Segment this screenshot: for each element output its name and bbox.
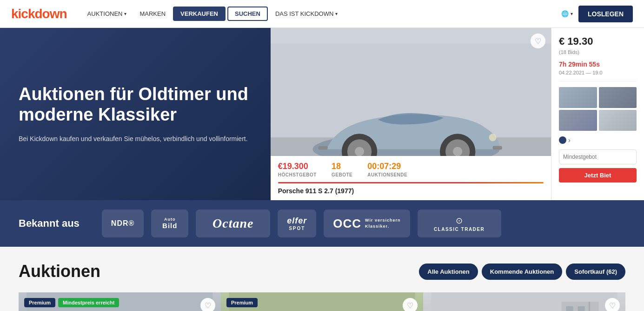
svg-rect-31	[566, 306, 573, 311]
heart-icon: ♡	[535, 37, 541, 46]
filter-alle-auktionen[interactable]: Alle Auktionen	[419, 264, 478, 280]
hero-section: Auktionen für Oldtimer und moderne Klass…	[0, 28, 644, 200]
logo[interactable]: kickdown	[11, 7, 67, 21]
auktionsende-value: 00:07:29	[367, 162, 401, 171]
hero-sidebar: € 19.30 (18 Bids) 7h 29min 55s 04.22.202…	[551, 28, 644, 200]
logo-occ: OCC Wir versichernKlassiker.	[324, 210, 410, 237]
car-card-3: ♡	[423, 292, 625, 311]
auktionen-section: Auktionen Alle Auktionen Kommende Auktio…	[0, 247, 644, 311]
auction-filters: Alle Auktionen Kommende Auktionen Sofort…	[419, 264, 625, 280]
car-cards-grid: Premium Mindestpreis erreicht ♡	[19, 292, 625, 311]
card-heart-button-1[interactable]: ♡	[200, 298, 215, 311]
sidebar-thumbnails	[559, 87, 637, 131]
globe-icon: 🌐	[561, 10, 569, 17]
badge-premium-1: Premium	[24, 298, 55, 307]
logo-ndr: NDR®	[102, 210, 144, 237]
nav-menu: AUKTIONEN ▾ MARKEN VERKAUFEN SUCHEN DAS …	[82, 7, 561, 21]
hero-title: Auktionen für Oldtimer und moderne Klass…	[19, 84, 252, 125]
svg-point-5	[355, 147, 364, 156]
logo-classic-trader: ⊙ CLASSIC TRADER	[418, 210, 501, 237]
auction-car-title: Porsche 911 S 2.7 (1977)	[278, 187, 544, 195]
navbar: kickdown AUKTIONEN ▾ MARKEN VERKAUFEN SU…	[0, 0, 644, 28]
svg-rect-10	[492, 146, 502, 149]
card-badges-1: Premium Mindestpreis erreicht	[24, 298, 119, 307]
svg-rect-11	[318, 146, 327, 149]
logo-octane: Octane	[196, 210, 270, 237]
nav-suchen-button[interactable]: SUCHEN	[227, 7, 268, 21]
sidebar-price: € 19.30	[559, 35, 637, 47]
card-image-3: ♡	[423, 292, 625, 311]
bid-button[interactable]: Jetzt Biet	[559, 168, 637, 183]
svg-rect-32	[578, 306, 585, 311]
navbar-right: 🌐 ▾ LOSLEGEN	[561, 6, 633, 22]
svg-point-9	[489, 134, 496, 141]
gebote-value: 18	[332, 162, 341, 171]
hoechstgebot: €19.300 HÖCHSTGEBOT	[278, 162, 317, 177]
heart-icon: ♡	[205, 301, 211, 310]
hero-subtitle: Bei Kickdown kaufen und verkaufen Sie mü…	[19, 134, 252, 144]
heart-icon: ♡	[407, 301, 413, 310]
auktionen-title: Auktionen	[19, 262, 100, 281]
partner-logos: NDR® Auto Bild Octane elfer SPOT OCC Wir…	[102, 210, 625, 237]
bekannt-label: Bekannt aus	[19, 217, 80, 230]
auktionsende: 00:07:29 AUKTIONSENDE	[367, 162, 407, 177]
gebote: 18 GEBOTE	[332, 162, 352, 177]
card-image-1: Premium Mindestpreis erreicht ♡	[19, 292, 221, 311]
auction-stats: €19.300 HÖCHSTGEBOT 18 GEBOTE 00:07:29 A…	[278, 162, 544, 177]
badge-mindest-1: Mindestpreis erreicht	[58, 298, 119, 307]
gebote-label: GEBOTE	[332, 172, 352, 177]
auction-progress-bar	[278, 182, 544, 183]
thumbnail-4[interactable]	[599, 110, 637, 131]
nav-das-ist[interactable]: DAS IST KICKDOWN ▾	[270, 7, 343, 21]
min-bid-input[interactable]	[559, 149, 637, 164]
thumbnail-3[interactable]	[559, 110, 597, 131]
nav-verkaufen-button[interactable]: VERKAUFEN	[173, 7, 226, 21]
thumbnail-1[interactable]	[559, 87, 597, 108]
language-selector[interactable]: 🌐 ▾	[561, 10, 573, 17]
filter-kommende-auktionen[interactable]: Kommende Auktionen	[482, 264, 562, 280]
card-heart-button-3[interactable]: ♡	[605, 298, 620, 311]
heart-icon: ♡	[609, 301, 616, 310]
chevron-down-icon: ▾	[571, 11, 573, 16]
sidebar-nav: ›	[559, 136, 637, 144]
filter-sofortkauf[interactable]: Sofortkauf (62)	[566, 264, 625, 280]
auction-overlay: €19.300 HÖCHSTGEBOT 18 GEBOTE 00:07:29 A…	[271, 156, 551, 200]
nav-arrow-right-icon[interactable]: ›	[568, 136, 571, 144]
svg-point-8	[453, 147, 462, 156]
bekannt-aus-section: Bekannt aus NDR® Auto Bild Octane elfer …	[0, 200, 644, 247]
sidebar-bids: (18 Bids)	[559, 49, 637, 55]
sidebar-date: 04.22.2021 — 19.0	[559, 70, 637, 81]
nav-auktionen[interactable]: AUKTIONEN ▾	[82, 7, 133, 21]
car-card-2: Premium ♡	[221, 292, 423, 311]
card-badges-2: Premium	[226, 298, 258, 307]
chevron-down-icon: ▾	[124, 11, 126, 16]
car-card-1: Premium Mindestpreis erreicht ♡	[19, 292, 221, 311]
badge-premium-2: Premium	[226, 298, 258, 307]
nav-dot-prev[interactable]	[559, 136, 566, 144]
logo-elfer: elfer SPOT	[278, 210, 316, 237]
auktionen-header: Auktionen Alle Auktionen Kommende Auktio…	[19, 262, 625, 281]
auktionsende-label: AUKTIONSENDE	[367, 172, 407, 177]
chevron-down-icon: ▾	[335, 11, 338, 16]
card-heart-button-2[interactable]: ♡	[403, 298, 418, 311]
car-image-placeholder-3	[423, 292, 625, 311]
hero-text: Auktionen für Oldtimer und moderne Klass…	[0, 28, 271, 200]
hoechstgebot-label: HÖCHSTGEBOT	[278, 172, 317, 177]
hero-car-image: ♡ €19.300 HÖCHSTGEBOT 18 GEBOTE 00:07:29…	[271, 28, 551, 200]
loslegen-button[interactable]: LOSLEGEN	[578, 6, 633, 22]
sidebar-time: 7h 29min 55s	[559, 61, 637, 68]
nav-marken[interactable]: MARKEN	[134, 7, 171, 21]
logo-autobild: Auto Bild	[151, 210, 188, 237]
hoechstgebot-value: €19.300	[278, 162, 308, 171]
thumbnail-2[interactable]	[599, 87, 637, 108]
hero-heart-button[interactable]: ♡	[531, 34, 545, 48]
card-image-2: Premium ♡	[221, 292, 423, 311]
car-svg-3	[423, 292, 625, 311]
